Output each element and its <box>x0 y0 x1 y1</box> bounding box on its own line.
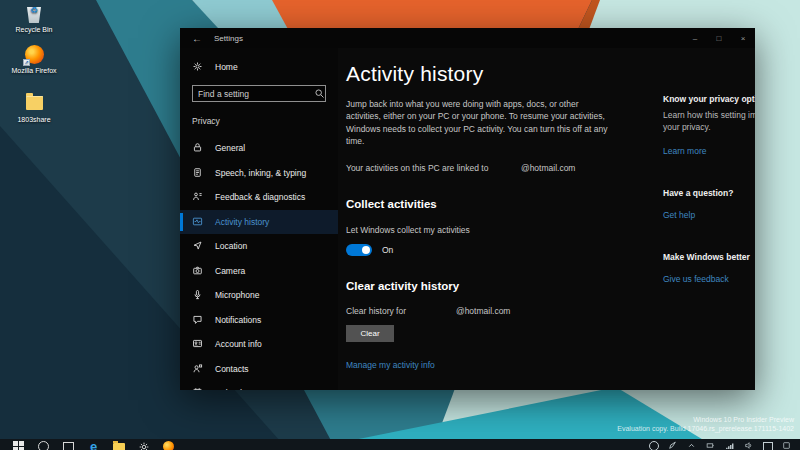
clear-history-account: @hotmail.com <box>456 306 510 316</box>
privacy-options-block: Know your privacy options Learn how this… <box>663 94 755 158</box>
taskbar-left-icons: e <box>6 441 181 450</box>
volume-button[interactable] <box>739 441 758 450</box>
sidebar-item-label: Location <box>215 241 247 251</box>
input-indicator-button[interactable] <box>758 441 777 450</box>
edge-button[interactable]: e <box>81 441 106 450</box>
collect-activities-toggle[interactable] <box>346 244 372 256</box>
linked-account-row: Your activities on this PC are linked to… <box>346 163 618 174</box>
window-title: Settings <box>214 34 243 43</box>
close-button[interactable]: × <box>731 28 755 48</box>
taskbar-firefox-button[interactable] <box>156 441 181 450</box>
start-button[interactable] <box>6 441 31 450</box>
sidebar-item-label: Account info <box>215 339 262 349</box>
account-card-icon <box>192 338 204 350</box>
task-view-button[interactable] <box>56 441 81 450</box>
back-button[interactable]: ← <box>180 33 214 44</box>
have-question-block: Have a question? Get help <box>663 188 755 222</box>
toggle-state-label: On <box>382 245 393 255</box>
help-column: Know your privacy options Learn how this… <box>663 62 755 390</box>
sidebar-item-calendar[interactable]: Calendar <box>180 381 338 390</box>
linked-account-value: @hotmail.com <box>521 163 575 173</box>
search-input[interactable] <box>193 89 314 99</box>
file-explorer-button[interactable] <box>106 441 131 450</box>
battery-button[interactable] <box>701 441 720 450</box>
maximize-button[interactable]: □ <box>707 28 731 48</box>
desktop-icon-1803share[interactable]: 1803share <box>0 94 68 124</box>
activity-pulse-icon <box>192 216 204 228</box>
give-feedback-link[interactable]: Give us feedback <box>663 274 729 284</box>
recycle-bin-icon: ♻ <box>23 4 45 24</box>
make-windows-better-heading: Make Windows better <box>663 252 755 262</box>
minimize-button[interactable]: – <box>683 28 707 48</box>
sidebar-item-label: Calendar <box>215 388 250 390</box>
sidebar-item-camera[interactable]: Camera <box>180 259 338 284</box>
sidebar-item-location[interactable]: Location <box>180 234 338 259</box>
people-button[interactable] <box>644 441 663 450</box>
windows-ink-button[interactable] <box>663 441 682 450</box>
manage-activity-link[interactable]: Manage my activity info <box>346 360 435 370</box>
sidebar-item-home[interactable]: Home <box>180 55 338 79</box>
clear-button[interactable]: Clear <box>346 325 394 342</box>
linked-account-label: Your activities on this PC are linked to <box>346 163 488 173</box>
calendar-icon <box>192 387 204 390</box>
taskbar: e <box>0 439 800 450</box>
sidebar-item-account-info[interactable]: Account info <box>180 332 338 357</box>
toggle-knob <box>362 246 370 254</box>
learn-more-link[interactable]: Learn more <box>663 146 706 156</box>
sidebar-item-label: Activity history <box>215 217 269 227</box>
back-arrow-icon: ← <box>192 33 202 44</box>
taskbar-settings-button[interactable] <box>131 441 156 450</box>
minimize-icon: – <box>693 34 697 43</box>
sidebar-item-activity-history[interactable]: Activity history <box>180 210 338 235</box>
gear-icon <box>192 61 204 73</box>
sidebar-item-label: General <box>215 143 245 153</box>
speaker-icon <box>744 441 753 450</box>
task-view-icon <box>63 442 74 450</box>
have-question-heading: Have a question? <box>663 188 755 198</box>
action-center-button[interactable] <box>777 441 796 450</box>
get-help-link[interactable]: Get help <box>663 210 695 220</box>
make-windows-better-block: Make Windows better Give us feedback <box>663 252 755 286</box>
file-explorer-icon <box>113 443 125 450</box>
lock-icon <box>192 142 204 154</box>
desktop-icon-label: Recycle Bin <box>16 26 53 33</box>
watermark-line1: Windows 10 Pro Insider Preview <box>617 415 794 424</box>
sidebar-item-label: Contacts <box>215 364 249 374</box>
desktop-icon-label: Mozilla Firefox <box>11 67 56 74</box>
sidebar-item-notifications[interactable]: Notifications <box>180 308 338 333</box>
desktop-icon-firefox[interactable]: ↗ Mozilla Firefox <box>0 45 68 75</box>
desktop-icon-label: 1803share <box>17 116 50 123</box>
network-button[interactable] <box>720 441 739 450</box>
sidebar-nav-list: General Speech, inking, & typing Feedbac… <box>180 136 338 390</box>
sidebar-item-contacts[interactable]: Contacts <box>180 357 338 382</box>
sidebar-item-general[interactable]: General <box>180 136 338 161</box>
search-icon[interactable] <box>314 88 328 99</box>
settings-search-box <box>192 85 326 102</box>
input-language-icon <box>763 442 773 450</box>
settings-content: Activity history Jump back into what you… <box>338 48 755 390</box>
settings-sidebar: Home Privacy General Speech, inking, & t… <box>180 48 338 390</box>
contacts-person-icon <box>192 363 204 375</box>
tray-overflow-button[interactable] <box>682 441 701 450</box>
taskbar-search-button[interactable] <box>31 441 56 450</box>
edge-icon: e <box>90 441 97 450</box>
sidebar-item-microphone[interactable]: Microphone <box>180 283 338 308</box>
battery-icon <box>706 441 715 450</box>
settings-gear-icon <box>138 441 150 450</box>
clipboard-icon <box>192 167 204 179</box>
people-icon <box>649 441 659 450</box>
feedback-person-icon <box>192 191 204 203</box>
sidebar-home-label: Home <box>215 62 238 72</box>
collect-toggle-label: Let Windows collect my activities <box>346 225 618 235</box>
sidebar-item-speech-inking-typing[interactable]: Speech, inking, & typing <box>180 161 338 186</box>
collect-activities-heading: Collect activities <box>346 198 618 210</box>
settings-window: ← Settings – □ × Home Privacy <box>180 28 755 390</box>
clear-history-label: Clear history for <box>346 306 406 316</box>
system-tray <box>644 441 796 450</box>
page-title: Activity history <box>346 62 618 86</box>
camera-icon <box>192 265 204 277</box>
microphone-icon <box>192 289 204 301</box>
close-icon: × <box>741 34 746 43</box>
sidebar-item-feedback-diagnostics[interactable]: Feedback & diagnostics <box>180 185 338 210</box>
desktop-icon-recycle-bin[interactable]: ♻ Recycle Bin <box>0 4 68 34</box>
